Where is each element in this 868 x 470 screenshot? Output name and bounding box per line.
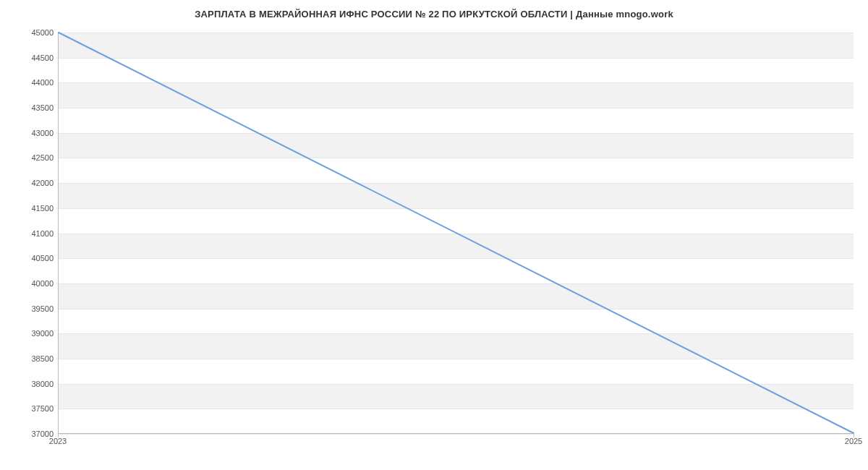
y-tick-label: 39000 [10, 329, 54, 338]
x-tick-label: 2023 [49, 437, 67, 445]
gridline-y [59, 434, 854, 435]
y-tick-label: 42500 [10, 153, 54, 162]
plot-area [58, 33, 854, 434]
x-tick-label: 2025 [845, 437, 862, 445]
chart-title: ЗАРПЛАТА В МЕЖРАЙОННАЯ ИФНС РОССИИ № 22 … [0, 9, 868, 20]
chart-container: ЗАРПЛАТА В МЕЖРАЙОННАЯ ИФНС РОССИИ № 22 … [0, 0, 868, 470]
y-tick-label: 38500 [10, 354, 54, 363]
y-tick-label: 43500 [10, 103, 54, 112]
y-tick-label: 43000 [10, 129, 54, 137]
y-tick-label: 39500 [10, 304, 54, 313]
y-tick-label: 40000 [10, 279, 54, 288]
y-tick-label: 41500 [10, 204, 54, 213]
y-tick-label: 44500 [10, 54, 54, 62]
y-tick-label: 42000 [10, 179, 54, 187]
y-tick-label: 45000 [10, 28, 54, 37]
line-series [59, 33, 854, 433]
y-tick-label: 41000 [10, 229, 54, 238]
y-tick-label: 37500 [10, 404, 54, 413]
y-tick-label: 40500 [10, 254, 54, 262]
y-tick-label: 38000 [10, 380, 54, 388]
y-tick-label: 37000 [10, 430, 54, 438]
y-tick-label: 44000 [10, 78, 54, 87]
